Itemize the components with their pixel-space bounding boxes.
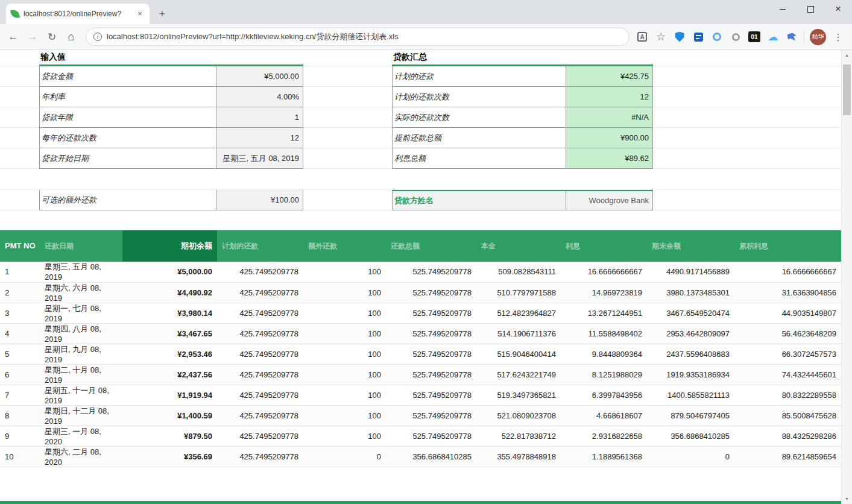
input-row-value: 星期三, 五月 08, 2019 (216, 148, 303, 169)
badge-01-icon: 01 (748, 31, 760, 42)
translate-button[interactable] (636, 30, 649, 43)
extension-gray-button[interactable] (729, 30, 742, 43)
table-cell: 1 (0, 262, 40, 282)
reload-button[interactable] (43, 28, 60, 45)
table-cell: 525.7495209778 (386, 303, 476, 323)
gray-ring-icon (732, 33, 740, 41)
table-cell: 425.7495209778 (217, 303, 303, 323)
table-cell: 14.969723819 (561, 282, 647, 303)
table-cell: 星期四, 八月 08, 2019 (40, 323, 122, 344)
table-cell: 星期三, 一月 08, 2020 (40, 426, 122, 446)
extension-cloud-button[interactable] (766, 30, 780, 43)
scroll-down-arrow[interactable] (842, 494, 852, 504)
table-cell: 522.817838712 (476, 426, 561, 446)
tab-title: localhost:8012/onlinePreview? (24, 10, 131, 18)
extension-translate-button[interactable] (692, 30, 705, 43)
table-cell: ¥3,980.14 (122, 303, 217, 323)
url-text: localhost:8012/onlinePreview?url=http://… (107, 31, 399, 42)
table-cell: 8.1251988029 (561, 364, 647, 385)
table-cell: 517.6243221749 (476, 364, 561, 385)
address-bar[interactable]: localhost:8012/onlinePreview?url=http://… (86, 28, 630, 46)
menu-button[interactable] (831, 30, 845, 43)
input-row-label: 贷款年限 (39, 107, 216, 128)
table-cell: 100 (303, 282, 386, 303)
summary-row-value: ¥89.62 (566, 148, 653, 169)
table-cell: 100 (303, 323, 386, 344)
inputs-panel-title: 输入值 (39, 50, 303, 66)
extension-ring-button[interactable] (710, 30, 724, 43)
table-cell: ¥3,467.65 (122, 323, 217, 344)
table-cell: 85.5008475628 (734, 405, 841, 426)
table-cell: 4.668618607 (561, 405, 647, 426)
profile-avatar[interactable]: 精华 (810, 29, 826, 45)
summary-row-label: 利息总额 (392, 148, 566, 169)
forward-icon (28, 31, 38, 43)
table-row: 1星期三, 五月 08, 2019¥5,000.00425.7495209778… (0, 262, 841, 282)
table-cell: 16.6666666667 (561, 262, 647, 282)
table-cell: 9 (0, 426, 40, 446)
table-cell: 519.3497365821 (476, 385, 561, 405)
table-cell: 80.8322289558 (734, 385, 841, 405)
top-panels: 输入值 贷款汇总 贷款金额 ¥5,000.00 计划的还款 ¥425.75 年利… (0, 50, 841, 210)
browser-tab[interactable]: localhost:8012/onlinePreview? × (6, 4, 150, 24)
column-header: 还款日期 (40, 230, 122, 262)
toolbar-separator (804, 31, 804, 43)
summary-row-value: #N/A (566, 107, 653, 128)
summary-panel-title: 贷款汇总 (392, 50, 653, 66)
amortization-table-header: PMT NO 还款日期 期初余额 计划的还款 额外还款 还款总额 本金 利息 期… (0, 230, 841, 262)
table-cell: ¥879.50 (122, 426, 217, 446)
maximize-button[interactable] (797, 0, 824, 18)
shield-icon (675, 32, 684, 42)
extension-bird-button[interactable] (785, 30, 798, 43)
summary-row-value: 12 (566, 87, 653, 107)
home-button[interactable] (63, 28, 80, 45)
table-cell: 星期五, 十一月 08, 2019 (40, 385, 122, 405)
table-cell: 2.9316822658 (561, 426, 647, 446)
page-info-icon[interactable] (93, 33, 102, 41)
table-cell: 5 (0, 344, 40, 364)
close-icon (835, 3, 841, 15)
window-controls (769, 0, 852, 18)
column-header: 本金 (476, 230, 561, 262)
table-cell: 89.6214859654 (734, 446, 841, 467)
extension-shield-button[interactable] (673, 30, 686, 43)
close-button[interactable] (824, 0, 852, 18)
tab-close-icon[interactable]: × (135, 9, 145, 19)
new-tab-button[interactable]: + (154, 6, 170, 22)
table-cell: 356.6868410285 (386, 446, 476, 467)
forward-button[interactable] (24, 28, 41, 45)
table-cell: 7 (0, 385, 40, 405)
cloud-icon (768, 31, 778, 43)
back-icon (8, 31, 19, 43)
table-cell: 510.7797971588 (476, 282, 561, 303)
table-cell: 100 (303, 262, 386, 282)
table-cell: 100 (303, 344, 386, 364)
minimize-button[interactable] (769, 0, 797, 18)
translate-icon (637, 32, 647, 42)
table-row: 7星期五, 十一月 08, 2019¥1,919.94425.749520977… (0, 385, 841, 405)
table-row: 4星期四, 八月 08, 2019¥3,467.65425.7495209778… (0, 323, 841, 344)
vertical-scrollbar[interactable] (841, 50, 852, 504)
scrollbar-thumb[interactable] (843, 65, 851, 115)
table-cell: 31.6363904856 (734, 282, 841, 303)
table-cell: 16.6666666667 (734, 262, 841, 282)
extension-badge-button[interactable]: 01 (748, 30, 761, 43)
scroll-up-arrow[interactable] (842, 50, 852, 60)
table-cell: 515.9046400414 (476, 344, 561, 364)
table-row: 3星期一, 七月 08, 2019¥3,980.14425.7495209778… (0, 303, 841, 323)
table-cell: 8 (0, 405, 40, 426)
table-cell: 44.9035149807 (734, 303, 841, 323)
table-cell: 100 (303, 364, 386, 385)
table-cell: 星期日, 十二月 08, 2019 (40, 405, 122, 426)
table-cell: 13.2671244951 (561, 303, 647, 323)
table-cell: 6.3997843956 (561, 385, 647, 405)
table-cell: 509.0828543111 (476, 262, 561, 282)
bookmark-button[interactable] (654, 30, 667, 43)
table-cell: 425.7495209778 (217, 405, 303, 426)
table-cell: ¥1,919.94 (122, 385, 217, 405)
table-cell: 11.5588498402 (561, 323, 647, 344)
table-cell: 425.7495209778 (217, 446, 303, 467)
table-cell: 425.7495209778 (217, 282, 303, 303)
spreadsheet-preview: 输入值 贷款汇总 贷款金额 ¥5,000.00 计划的还款 ¥425.75 年利… (0, 50, 841, 504)
back-button[interactable] (5, 28, 22, 45)
